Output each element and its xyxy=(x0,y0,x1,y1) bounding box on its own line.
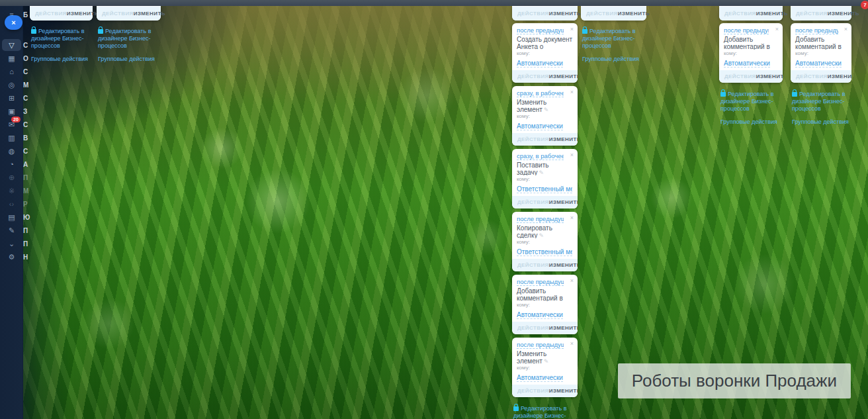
sidebar-item-label: А xyxy=(23,161,28,168)
actions-button[interactable]: ДЕЙСТВИЯ xyxy=(724,11,756,17)
edit-button[interactable]: ИЗМЕНИТЬ xyxy=(549,325,578,331)
rule-trigger-link[interactable]: после предыдущего, по у... xyxy=(724,26,769,34)
rule-trigger-link[interactable]: после предыдущего, по у... xyxy=(795,26,838,34)
actions-button[interactable]: ДЕЙСТВИЯ xyxy=(517,199,549,205)
automation-rule-card-partial[interactable]: ДЕЙСТВИЯ ИЗМЕНИТЬ xyxy=(512,6,578,21)
sidebar-item-planner[interactable]: ▦О xyxy=(0,52,31,65)
delete-rule-icon[interactable]: × xyxy=(570,89,574,95)
sidebar-item-cart[interactable]: ⊞С xyxy=(0,91,31,105)
edit-button[interactable]: ИЗМЕНИТЬ xyxy=(618,11,650,17)
automation-rule-card-partial[interactable]: ДЕЙСТВИЯ ИЗМЕНИТЬ xyxy=(581,6,646,21)
edit-button[interactable]: ИЗМЕНИТЬ xyxy=(67,11,99,17)
edit-in-designer-link[interactable]: Редактировать в дизайнере Бизнес-процесс… xyxy=(98,28,159,50)
edit-button[interactable]: ИЗМЕНИТЬ xyxy=(549,262,578,268)
automation-rule-card-partial[interactable]: ДЕЙСТВИЯ ИЗМЕНИТЬ xyxy=(97,6,161,21)
edit-button[interactable]: ИЗМЕНИТЬ xyxy=(549,136,578,142)
group-actions-link[interactable]: Групповые действия xyxy=(98,56,159,62)
assignee-link[interactable]: Автоматически xyxy=(517,374,563,382)
actions-button[interactable]: ДЕЙСТВИЯ xyxy=(517,11,549,17)
automation-board: ДЕЙСТВИЯ ИЗМЕНИТЬ Редактировать в дизайн… xyxy=(23,6,868,419)
actions-button[interactable]: ДЕЙСТВИЯ xyxy=(796,73,828,79)
actions-button[interactable]: ДЕЙСТВИЯ xyxy=(35,11,67,17)
actions-button[interactable]: ДЕЙСТВИЯ xyxy=(724,73,756,79)
apps-icon: ⊕ xyxy=(0,171,23,183)
sidebar-item-sites[interactable]: ◍С xyxy=(0,144,31,158)
rule-trigger-link[interactable]: сразу, в рабочее время, ... xyxy=(517,89,564,97)
sidebar-item-dev[interactable]: ‹›Р xyxy=(0,197,31,210)
sidebar-item-company[interactable]: ⌂С xyxy=(0,65,31,78)
sidebar-item-apps[interactable]: ⊕П xyxy=(0,171,31,184)
actions-button[interactable]: ДЕЙСТВИЯ xyxy=(517,325,549,331)
rule-trigger-link[interactable]: после предыдущего xyxy=(517,215,564,223)
delete-rule-icon[interactable]: × xyxy=(775,26,779,32)
automation-rule-card-partial[interactable]: ДЕЙСТВИЯ ИЗМЕНИТЬ xyxy=(791,6,851,21)
edit-button[interactable]: ИЗМЕНИТЬ xyxy=(756,73,783,79)
rule-trigger-link[interactable]: после предыдущего xyxy=(517,278,564,286)
edit-button[interactable]: ИЗМЕНИТЬ xyxy=(549,199,578,205)
rule-trigger-link[interactable]: сразу, в рабочее время, ... xyxy=(517,152,564,160)
edit-button[interactable]: ИЗМЕНИТЬ xyxy=(549,11,581,17)
sidebar-item-more[interactable]: ⌄П xyxy=(0,237,31,250)
sidebar-item-market[interactable]: ※М xyxy=(0,184,31,197)
assignee-link[interactable]: Ответственный менед... xyxy=(517,185,572,193)
automation-rule-card: сразу, в рабочее время, ... × Поставить … xyxy=(512,149,578,209)
close-menu-button[interactable]: × xyxy=(5,15,22,30)
sidebar-item-sign[interactable]: ✎П xyxy=(0,224,31,237)
sidebar-item-stats[interactable]: ▥В xyxy=(0,131,31,144)
automation-rule-card-partial[interactable]: ДЕЙСТВИЯ ИЗМЕНИТЬ xyxy=(30,6,93,21)
notification-badge[interactable]: 7 xyxy=(861,1,868,9)
edit-in-designer-link[interactable]: Редактировать в дизайнере Бизнес-процесс… xyxy=(720,91,781,113)
assignee-link[interactable]: Автоматически xyxy=(517,60,563,68)
assignee-link[interactable]: Автоматически xyxy=(795,60,842,68)
tasks-icon: ▣ xyxy=(0,105,23,117)
edit-in-designer-link[interactable]: Редактировать в дизайнере Бизнес-процесс… xyxy=(31,28,91,50)
assignee-link[interactable]: Ответственный менед... xyxy=(517,248,572,256)
actions-button[interactable]: ДЕЙСТВИЯ xyxy=(517,136,549,142)
rule-trigger-link[interactable]: после предыдущего xyxy=(517,341,564,349)
settings-icon: ⚙ xyxy=(0,251,23,263)
edit-pencil-icon[interactable]: ✎ xyxy=(544,107,549,113)
assignee-link[interactable]: Автоматически xyxy=(724,60,770,68)
assignee-link[interactable]: Автоматически xyxy=(517,122,563,130)
group-actions-link[interactable]: Групповые действия xyxy=(720,118,781,125)
edit-in-designer-link[interactable]: Редактировать в дизайнере Бизнес-процесс… xyxy=(792,91,850,113)
sidebar-item-crm[interactable]: ▽С xyxy=(0,38,31,52)
group-actions-link[interactable]: Групповые действия xyxy=(582,56,645,62)
rule-trigger-link[interactable]: после предыдущего xyxy=(517,26,564,34)
edit-pencil-icon[interactable]: ✎ xyxy=(544,358,549,364)
edit-button[interactable]: ИЗМЕНИТЬ xyxy=(756,11,788,17)
delete-rule-icon[interactable]: × xyxy=(570,152,574,158)
sidebar-item-docs[interactable]: ▤Ю xyxy=(0,210,31,224)
delete-rule-icon[interactable]: × xyxy=(570,26,574,32)
sidebar-item-chat[interactable]: ✉С20 xyxy=(0,118,31,131)
group-actions-link[interactable]: Групповые действия xyxy=(31,56,91,62)
edit-in-designer-link[interactable]: Редактировать в дизайнере Бизнес-процесс… xyxy=(582,28,645,50)
lock-icon xyxy=(98,29,103,34)
edit-in-designer-link[interactable]: Редактировать в дизайнере Бизнес-процесс… xyxy=(513,405,576,419)
edit-button[interactable]: ИЗМЕНИТЬ xyxy=(549,73,578,79)
actions-button[interactable]: ДЕЙСТВИЯ xyxy=(102,11,134,17)
edit-button[interactable]: ИЗМЕНИТЬ xyxy=(828,73,851,79)
actions-button[interactable]: ДЕЙСТВИЯ xyxy=(796,11,828,17)
actions-button[interactable]: ДЕЙСТВИЯ xyxy=(517,388,549,394)
automation-rule-card-partial[interactable]: ДЕЙСТВИЯ ИЗМЕНИТЬ xyxy=(719,6,783,21)
sidebar-item-marketing[interactable]: ◎М xyxy=(0,78,31,91)
edit-pencil-icon[interactable]: ✎ xyxy=(539,169,544,175)
sidebar-item-settings[interactable]: ⚙Н xyxy=(0,250,31,263)
automation-rule-card: после предыдущего × Добавить комментарий… xyxy=(512,275,578,334)
edit-button[interactable]: ИЗМЕНИТЬ xyxy=(549,388,578,394)
sidebar-item-tasks[interactable]: ▣З xyxy=(0,105,31,118)
actions-button[interactable]: ДЕЙСТВИЯ xyxy=(517,262,549,268)
delete-rule-icon[interactable]: × xyxy=(844,26,847,32)
edit-pencil-icon[interactable]: ✎ xyxy=(539,232,544,238)
actions-button[interactable]: ДЕЙСТВИЯ xyxy=(517,73,549,79)
sidebar-item-audience[interactable]: ◔А xyxy=(0,158,31,171)
actions-button[interactable]: ДЕЙСТВИЯ xyxy=(586,11,618,17)
assignee-link[interactable]: Автоматически xyxy=(517,311,563,319)
delete-rule-icon[interactable]: × xyxy=(570,278,574,284)
edit-button[interactable]: ИЗМЕНИТЬ xyxy=(134,11,165,17)
edit-button[interactable]: ИЗМЕНИТЬ xyxy=(828,11,859,17)
delete-rule-icon[interactable]: × xyxy=(570,341,574,347)
delete-rule-icon[interactable]: × xyxy=(570,215,574,221)
group-actions-link[interactable]: Групповые действия xyxy=(792,118,850,125)
